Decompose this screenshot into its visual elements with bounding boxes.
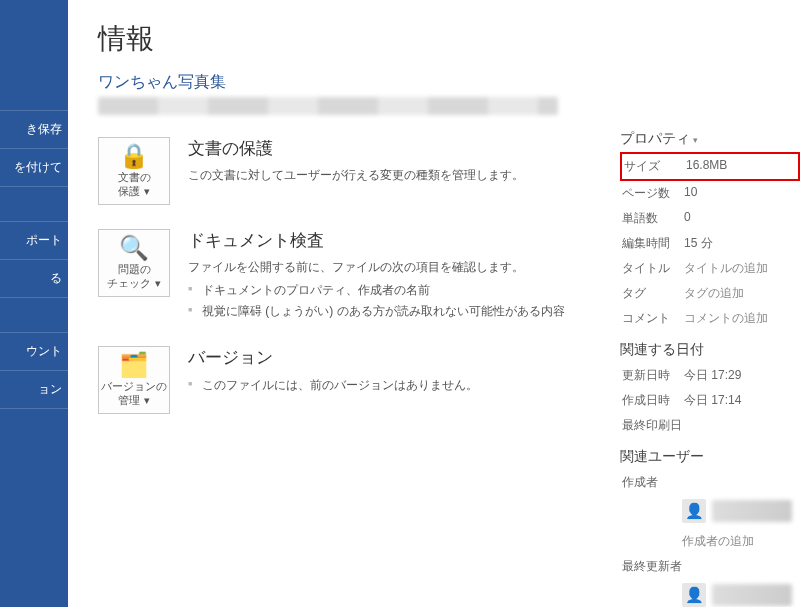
document-path-blurred bbox=[98, 97, 558, 115]
main-area: 情報 ワンちゃん写真集 🔒 文書の 保護 ▾ 文書の保護 この文書に対してユーザ… bbox=[68, 0, 810, 607]
inspect-section: 🔍 問題の チェック ▾ ドキュメント検査 ファイルを公開する前に、ファイルの次… bbox=[98, 229, 620, 322]
inspect-item: 視覚に障碍 (しょうがい) のある方が読み取れない可能性がある内容 bbox=[188, 301, 620, 322]
prop-tag[interactable]: タグ タグの追加 bbox=[620, 281, 800, 306]
related-dates-heading: 関連する日付 bbox=[620, 341, 800, 359]
sidebar-item-close[interactable]: る bbox=[0, 260, 68, 298]
versions-heading: バージョン bbox=[188, 346, 620, 369]
prop-comment[interactable]: コメント コメントの追加 bbox=[620, 306, 800, 331]
sidebar-item-blank1[interactable] bbox=[0, 187, 68, 222]
versions-list: このファイルには、前のバージョンはありません。 bbox=[188, 375, 620, 396]
prop-author: 作成者 bbox=[620, 470, 800, 495]
page-title: 情報 bbox=[98, 20, 620, 58]
sidebar-item-export[interactable]: ポート bbox=[0, 222, 68, 260]
properties-panel: プロパティ サイズ 16.8MB ページ数 10 単語数 0 編集時間 15 分… bbox=[620, 20, 800, 597]
prop-updated: 更新日時 今日 17:29 bbox=[620, 363, 800, 388]
prop-edittime: 編集時間 15 分 bbox=[620, 231, 800, 256]
prop-printed: 最終印刷日 bbox=[620, 413, 800, 438]
related-users-heading: 関連ユーザー bbox=[620, 448, 800, 466]
prop-lastmod: 最終更新者 bbox=[620, 554, 800, 579]
lastmod-value[interactable]: 👤 bbox=[620, 579, 800, 607]
prop-created: 作成日時 今日 17:14 bbox=[620, 388, 800, 413]
author-name-blurred bbox=[712, 500, 792, 522]
author-value[interactable]: 👤 bbox=[620, 495, 800, 529]
protect-heading: 文書の保護 bbox=[188, 137, 620, 160]
protect-section: 🔒 文書の 保護 ▾ 文書の保護 この文書に対してユーザーが行える変更の種類を管… bbox=[98, 137, 620, 205]
person-icon: 👤 bbox=[682, 499, 706, 523]
content-column: 情報 ワンちゃん写真集 🔒 文書の 保護 ▾ 文書の保護 この文書に対してユーザ… bbox=[98, 20, 620, 597]
protect-document-button[interactable]: 🔒 文書の 保護 ▾ bbox=[98, 137, 170, 205]
protect-desc: この文書に対してユーザーが行える変更の種類を管理します。 bbox=[188, 166, 620, 184]
lastmod-name-blurred bbox=[712, 584, 792, 606]
person-icon: 👤 bbox=[682, 583, 706, 607]
sidebar-item-save[interactable]: き保存 bbox=[0, 110, 68, 149]
sidebar-item-account[interactable]: ウント bbox=[0, 333, 68, 371]
inspect-list: ドキュメントのプロパティ、作成者の名前 視覚に障碍 (しょうがい) のある方が読… bbox=[188, 280, 620, 322]
inspect-document-button[interactable]: 🔍 問題の チェック ▾ bbox=[98, 229, 170, 297]
add-author-link[interactable]: 作成者の追加 bbox=[620, 529, 800, 554]
sidebar-item-blank2[interactable] bbox=[0, 298, 68, 333]
manage-versions-button[interactable]: 🗂️ バージョンの 管理 ▾ bbox=[98, 346, 170, 414]
lock-icon: 🔒 bbox=[119, 144, 149, 168]
inspect-desc: ファイルを公開する前に、ファイルの次の項目を確認します。 bbox=[188, 258, 620, 276]
inspect-icon: 🔍 bbox=[119, 236, 149, 260]
backstage-sidebar: き保存 を付けて ポート る ウント ョン bbox=[0, 0, 68, 607]
prop-pages: ページ数 10 bbox=[620, 181, 800, 206]
versions-section: 🗂️ バージョンの 管理 ▾ バージョン このファイルには、前のバージョンはあり… bbox=[98, 346, 620, 414]
document-title[interactable]: ワンちゃん写真集 bbox=[98, 72, 620, 93]
prop-size: サイズ 16.8MB bbox=[620, 152, 800, 181]
sidebar-item-saveas[interactable]: を付けて bbox=[0, 149, 68, 187]
versions-empty: このファイルには、前のバージョンはありません。 bbox=[188, 375, 620, 396]
versions-icon: 🗂️ bbox=[119, 353, 149, 377]
inspect-item: ドキュメントのプロパティ、作成者の名前 bbox=[188, 280, 620, 301]
inspect-heading: ドキュメント検査 bbox=[188, 229, 620, 252]
properties-heading[interactable]: プロパティ bbox=[620, 130, 800, 148]
prop-words: 単語数 0 bbox=[620, 206, 800, 231]
sidebar-item-options[interactable]: ョン bbox=[0, 371, 68, 409]
prop-title[interactable]: タイトル タイトルの追加 bbox=[620, 256, 800, 281]
